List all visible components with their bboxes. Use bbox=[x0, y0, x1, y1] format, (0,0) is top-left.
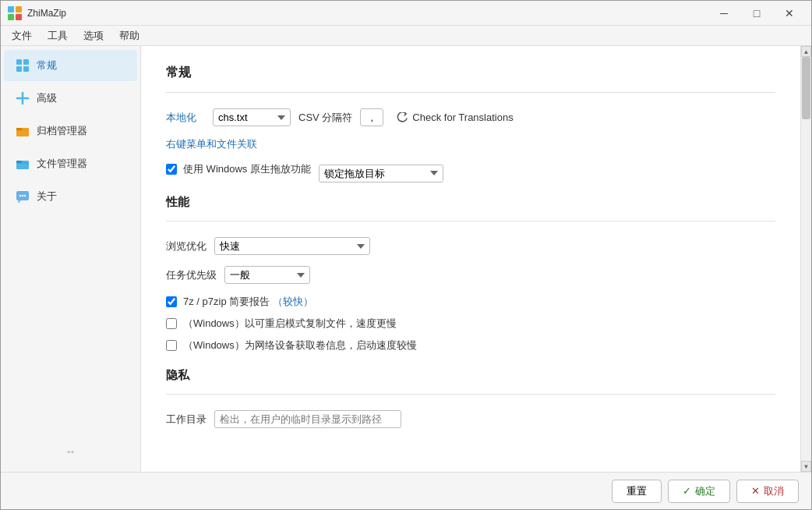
file-folder-icon bbox=[15, 156, 30, 172]
svg-point-17 bbox=[24, 195, 26, 197]
csv-separator-input[interactable] bbox=[360, 108, 383, 126]
maximize-button[interactable]: □ bbox=[741, 2, 772, 24]
sidebar-label-general: 常规 bbox=[37, 58, 57, 73]
locale-row: 本地化 chs.txt en.txt jp.txt CSV 分隔符 Check … bbox=[166, 108, 775, 126]
windows-drag-checkbox[interactable] bbox=[166, 164, 177, 175]
cancel-button[interactable]: ✕ 取消 bbox=[736, 480, 799, 503]
svg-rect-5 bbox=[23, 59, 29, 65]
archive-folder-icon bbox=[15, 123, 30, 139]
sidebar-label-archive-manager: 归档管理器 bbox=[37, 124, 87, 138]
app-window: ZhiMaZip ─ □ ✕ 文件 工具 选项 帮助 bbox=[0, 0, 812, 510]
section-divider-general bbox=[166, 92, 775, 93]
title-bar: ZhiMaZip ─ □ ✕ bbox=[1, 1, 811, 26]
7z-checkbox-row: 7z / p7zip 简要报告 （较快） bbox=[166, 295, 775, 309]
scroll-up-arrow[interactable]: ▲ bbox=[801, 46, 811, 57]
svg-rect-2 bbox=[8, 14, 14, 20]
scroll-track[interactable] bbox=[801, 57, 811, 461]
sidebar-label-about: 关于 bbox=[37, 189, 57, 204]
svg-rect-4 bbox=[16, 59, 22, 65]
refresh-icon bbox=[396, 112, 408, 123]
cancel-x: ✕ bbox=[751, 485, 760, 497]
sidebar-label-advanced: 高级 bbox=[37, 91, 57, 105]
right-scrollbar[interactable]: ▲ ▼ bbox=[800, 46, 811, 472]
windows-drag-row: 使用 Windows 原生拖放功能 锁定拖放目标 不锁定 bbox=[166, 162, 775, 184]
windows-copy-checkbox[interactable] bbox=[166, 318, 177, 329]
sidebar-item-archive-manager[interactable]: 归档管理器 bbox=[4, 115, 137, 147]
section-title-privacy: 隐私 bbox=[166, 368, 775, 383]
svg-rect-6 bbox=[16, 66, 22, 72]
menu-file[interactable]: 文件 bbox=[4, 27, 40, 44]
browse-opt-select[interactable]: 快速 标准 详细 bbox=[214, 237, 370, 255]
svg-point-15 bbox=[19, 195, 21, 197]
csv-label: CSV 分隔符 bbox=[298, 111, 352, 125]
sidebar: 常规 高级 bbox=[1, 46, 141, 472]
windows-copy-label: （Windows）以可重启模式复制文件，速度更慢 bbox=[183, 317, 397, 331]
sidebar-item-advanced[interactable]: 高级 bbox=[4, 83, 137, 114]
7z-checkbox[interactable] bbox=[166, 296, 177, 307]
confirm-checkmark: ✓ bbox=[683, 485, 691, 497]
menu-options[interactable]: 选项 bbox=[76, 27, 111, 44]
windows-copy-checkbox-row: （Windows）以可重启模式复制文件，速度更慢 bbox=[166, 317, 775, 331]
grid-icon bbox=[15, 58, 30, 73]
windows-drag-checkbox-row: 使用 Windows 原生拖放功能 bbox=[166, 162, 311, 176]
menu-help[interactable]: 帮助 bbox=[111, 27, 147, 44]
browse-opt-row: 浏览优化 快速 标准 详细 bbox=[166, 237, 775, 255]
locale-select[interactable]: chs.txt en.txt jp.txt bbox=[213, 108, 291, 126]
7z-label: 7z / p7zip 简要报告 （较快） bbox=[183, 295, 313, 309]
svg-rect-0 bbox=[8, 6, 14, 12]
plus-icon bbox=[15, 90, 30, 106]
svg-rect-13 bbox=[16, 161, 22, 163]
sidebar-item-general[interactable]: 常规 bbox=[4, 50, 137, 81]
drag-target-select[interactable]: 锁定拖放目标 不锁定 bbox=[319, 165, 443, 182]
scroll-thumb[interactable] bbox=[802, 57, 810, 119]
task-priority-select[interactable]: 一般 低 高 bbox=[224, 266, 310, 284]
content-area: 常规 本地化 chs.txt en.txt jp.txt CSV 分隔符 bbox=[141, 46, 800, 472]
sidebar-item-about[interactable]: 关于 bbox=[4, 181, 137, 212]
windows-network-checkbox[interactable] bbox=[166, 340, 177, 351]
chat-icon bbox=[15, 189, 30, 204]
browse-opt-label: 浏览优化 bbox=[166, 239, 207, 253]
task-priority-row: 任务优先级 一般 低 高 bbox=[166, 266, 775, 284]
windows-drag-label: 使用 Windows 原生拖放功能 bbox=[183, 162, 311, 176]
section-title-performance: 性能 bbox=[166, 195, 775, 210]
confirm-button[interactable]: ✓ 确定 bbox=[668, 480, 730, 503]
section-divider-performance bbox=[166, 221, 775, 221]
check-translations-button[interactable]: Check for Translations bbox=[391, 110, 517, 125]
close-button[interactable]: ✕ bbox=[774, 2, 805, 24]
working-dir-label: 工作目录 bbox=[166, 413, 207, 427]
section-title-general: 常规 bbox=[166, 65, 775, 81]
sidebar-item-file-manager[interactable]: 文件管理器 bbox=[4, 148, 137, 179]
section-divider-privacy bbox=[166, 394, 775, 395]
sidebar-bottom: ↔ bbox=[1, 434, 140, 469]
scroll-down-arrow[interactable]: ▼ bbox=[801, 461, 811, 472]
svg-point-16 bbox=[22, 195, 23, 197]
working-dir-input[interactable] bbox=[214, 410, 401, 428]
sidebar-label-file-manager: 文件管理器 bbox=[37, 157, 87, 171]
settings-content: 常规 本地化 chs.txt en.txt jp.txt CSV 分隔符 bbox=[141, 46, 800, 472]
minimize-button[interactable]: ─ bbox=[708, 2, 740, 24]
footer: 重置 ✓ 确定 ✕ 取消 bbox=[1, 472, 811, 509]
window-title: ZhiMaZip bbox=[27, 8, 708, 19]
svg-rect-3 bbox=[16, 14, 22, 20]
reset-button[interactable]: 重置 bbox=[612, 480, 662, 503]
svg-rect-11 bbox=[16, 128, 22, 130]
working-dir-row: 工作目录 bbox=[166, 410, 775, 428]
windows-network-label: （Windows）为网络设备获取卷信息，启动速度较慢 bbox=[183, 338, 417, 352]
resize-handle[interactable]: ↔ bbox=[7, 441, 134, 462]
locale-label: 本地化 bbox=[166, 111, 205, 125]
right-click-link[interactable]: 右键菜单和文件关联 bbox=[166, 137, 257, 151]
svg-rect-7 bbox=[23, 66, 29, 72]
task-priority-label: 任务优先级 bbox=[166, 268, 217, 282]
menu-bar: 文件 工具 选项 帮助 bbox=[1, 26, 811, 46]
right-click-row: 右键菜单和文件关联 bbox=[166, 137, 775, 151]
app-icon bbox=[7, 5, 23, 21]
windows-network-checkbox-row: （Windows）为网络设备获取卷信息，启动速度较慢 bbox=[166, 338, 775, 352]
main-area: 常规 高级 bbox=[1, 46, 811, 472]
svg-rect-1 bbox=[16, 6, 22, 12]
window-controls: ─ □ ✕ bbox=[708, 2, 805, 24]
menu-tools[interactable]: 工具 bbox=[40, 27, 76, 44]
